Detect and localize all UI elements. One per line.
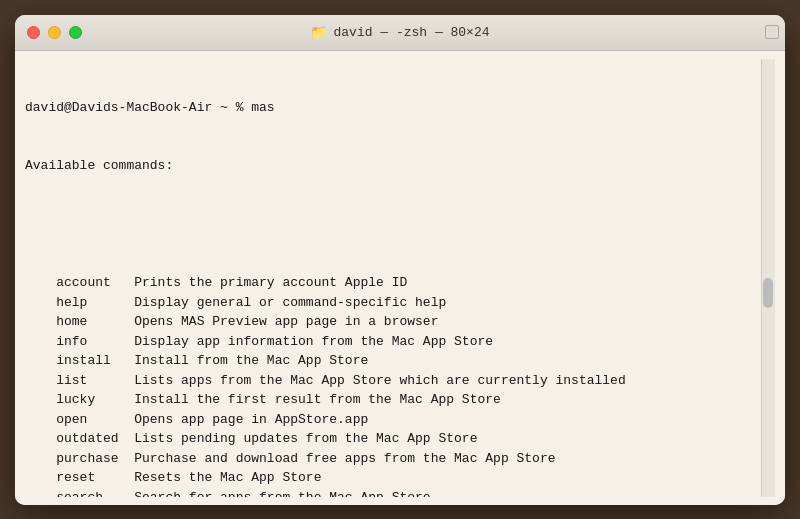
command-row: home Opens MAS Preview app page in a bro… [25,312,761,332]
terminal-body: david@Davids-MacBook-Air ~ % mas Availab… [15,51,785,505]
command-row: account Prints the primary account Apple… [25,273,761,293]
command-row: lucky Install the first result from the … [25,390,761,410]
terminal-text: david@Davids-MacBook-Air ~ % mas Availab… [25,59,761,274]
command-row: help Display general or command-specific… [25,293,761,313]
prompt-line-1: david@Davids-MacBook-Air ~ % mas [25,98,761,118]
minimize-button[interactable] [48,26,61,39]
scrollbar-thumb[interactable] [763,278,773,308]
close-button[interactable] [27,26,40,39]
command-row: outdated Lists pending updates from the … [25,429,761,449]
terminal-content[interactable]: david@Davids-MacBook-Air ~ % mas Availab… [25,59,761,497]
command-row: install Install from the Mac App Store [25,351,761,371]
scrollbar-button[interactable] [765,25,779,39]
command-row: info Display app information from the Ma… [25,332,761,352]
titlebar: 📁 david — -zsh — 80×24 [15,15,785,51]
folder-icon: 📁 [310,24,327,41]
commands-list: account Prints the primary account Apple… [25,273,761,497]
command-row: open Opens app page in AppStore.app [25,410,761,430]
window-title: 📁 david — -zsh — 80×24 [310,24,489,41]
scrollbar-track[interactable] [761,59,775,497]
available-commands-header: Available commands: [25,156,761,176]
command-row: search Search for apps from the Mac App … [25,488,761,497]
command-row: purchase Purchase and download free apps… [25,449,761,469]
command-row: list Lists apps from the Mac App Store w… [25,371,761,391]
maximize-button[interactable] [69,26,82,39]
terminal-window: 📁 david — -zsh — 80×24 david@Davids-MacB… [15,15,785,505]
command-row: reset Resets the Mac App Store [25,468,761,488]
blank-line [25,215,761,235]
